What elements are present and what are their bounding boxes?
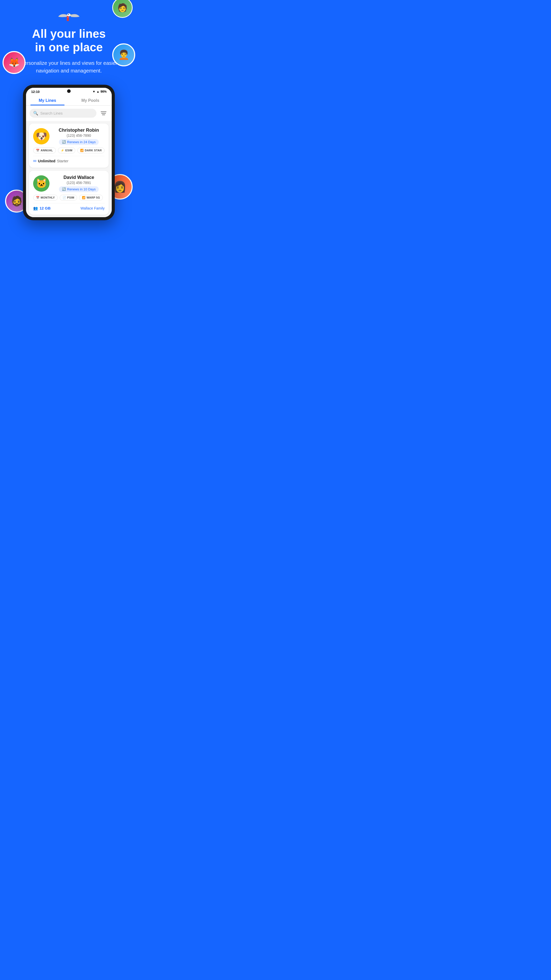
wifi-icon: ▼ bbox=[92, 90, 95, 94]
tag-psim-label: PSIM bbox=[67, 196, 74, 199]
tag-psim: 📄 PSIM bbox=[60, 195, 77, 200]
tag-monthly: 📅 MONTHLY bbox=[33, 195, 58, 200]
line-number-2: (123) 456-7891 bbox=[53, 181, 105, 185]
renew-text-1: Renews in 24 Days bbox=[67, 140, 96, 144]
avatar-right-mid: 🧑‍🦱 bbox=[112, 43, 135, 66]
tag-annual: 📅 ANNUAL bbox=[33, 148, 56, 153]
svg-text:★★★: ★★★ bbox=[67, 17, 69, 18]
tab-my-pools[interactable]: My Pools bbox=[69, 95, 112, 105]
esim-icon: ⚡ bbox=[61, 149, 64, 152]
calendar-icon: 📅 bbox=[36, 149, 40, 152]
plan-row-1: ∞ Unlimited Starter bbox=[33, 156, 105, 164]
renew-text-2: Renews in 10 Days bbox=[67, 187, 96, 191]
tabs-bar: My Lines My Pools bbox=[26, 95, 112, 106]
line-info-david: David Wallace (123) 456-7891 🔄 Renews in… bbox=[53, 175, 105, 192]
tag-warp5g: 📶 WARP 5G bbox=[79, 195, 103, 200]
line-name-1: Christopher Robin bbox=[53, 127, 105, 133]
phone-frame: 12:10 ▼ ▲ 96% My Lines My Pools bbox=[23, 85, 115, 220]
line-number-1: (123) 456-7890 bbox=[53, 134, 105, 138]
hero-section: 🧑 ★★★ 🦊 🧑‍🦱 All your linesin one place P… bbox=[0, 0, 138, 220]
renew-icon-1: 🔄 bbox=[62, 140, 66, 144]
tag-esim: ⚡ ESIM bbox=[58, 148, 75, 153]
avatar-david: 🐱 bbox=[33, 175, 49, 192]
phone-notch bbox=[67, 89, 71, 93]
renew-icon-2: 🔄 bbox=[62, 187, 66, 191]
battery-icon: 96% bbox=[100, 90, 106, 94]
phone-screen: 12:10 ▼ ▲ 96% My Lines My Pools bbox=[26, 88, 112, 217]
renew-badge-1: 🔄 Renews in 24 Days bbox=[59, 139, 99, 145]
plan-name-1: Unlimited bbox=[38, 159, 56, 163]
tags-row-2: 📅 MONTHLY 📄 PSIM 📶 WARP 5G bbox=[33, 195, 105, 200]
tab-my-lines[interactable]: My Lines bbox=[26, 95, 69, 105]
line-header-1: 🐶 Christopher Robin (123) 456-7890 🔄 Ren… bbox=[33, 127, 105, 145]
tags-row-1: 📅 ANNUAL ⚡ ESIM 📶 DARK STAR bbox=[33, 148, 105, 153]
line-card-david[interactable]: 🐱 David Wallace (123) 456-7891 🔄 Renews … bbox=[29, 171, 109, 215]
svg-point-5 bbox=[68, 14, 69, 15]
tag-monthly-label: MONTHLY bbox=[41, 196, 55, 199]
svg-point-3 bbox=[67, 14, 70, 17]
status-time: 12:10 bbox=[31, 90, 40, 94]
renew-badge-2: 🔄 Renews in 10 Days bbox=[59, 186, 99, 192]
psim-icon: 📄 bbox=[62, 196, 66, 199]
logo-area: ★★★ bbox=[5, 10, 133, 23]
line-info-christopher: Christopher Robin (123) 456-7890 🔄 Renew… bbox=[53, 127, 105, 145]
signal-plan-icon: 📶 bbox=[80, 149, 84, 152]
plan-type-1: Starter bbox=[57, 159, 68, 163]
tag-esim-label: ESIM bbox=[65, 149, 73, 152]
pool-link[interactable]: Wallace Family bbox=[81, 206, 105, 210]
signal-icon: ▲ bbox=[97, 90, 100, 94]
pool-icon: 👥 bbox=[33, 206, 38, 210]
avatar-left: 🦊 bbox=[3, 51, 25, 74]
tag-annual-label: ANNUAL bbox=[41, 149, 53, 152]
line-card-christopher[interactable]: 🐶 Christopher Robin (123) 456-7890 🔄 Ren… bbox=[29, 124, 109, 168]
signal-warp-icon: 📶 bbox=[82, 196, 86, 199]
tag-warp5g-label: WARP 5G bbox=[87, 196, 100, 199]
line-name-2: David Wallace bbox=[53, 175, 105, 180]
data-info: 👥 12 GB bbox=[33, 206, 51, 210]
tag-dark-star: 📶 DARK STAR bbox=[77, 148, 105, 153]
line-footer-2: 👥 12 GB Wallace Family bbox=[33, 203, 105, 210]
status-icons: ▼ ▲ 96% bbox=[92, 90, 106, 94]
eagle-logo: ★★★ bbox=[56, 10, 82, 23]
data-gb: 12 GB bbox=[40, 206, 51, 210]
phone-wrapper: 👩 🧔 12:10 ▼ ▲ 96% bbox=[5, 85, 133, 220]
line-header-2: 🐱 David Wallace (123) 456-7891 🔄 Renews … bbox=[33, 175, 105, 192]
avatar-christopher: 🐶 bbox=[33, 128, 49, 145]
search-row: 🔍 Search Lines bbox=[26, 106, 112, 121]
lines-list: 🐶 Christopher Robin (123) 456-7890 🔄 Ren… bbox=[26, 121, 112, 217]
search-icon: 🔍 bbox=[33, 111, 38, 116]
filter-button[interactable] bbox=[99, 109, 108, 118]
search-placeholder: Search Lines bbox=[40, 111, 63, 115]
search-bar[interactable]: 🔍 Search Lines bbox=[30, 109, 97, 118]
infinity-icon-1: ∞ bbox=[33, 158, 37, 164]
calendar-monthly-icon: 📅 bbox=[36, 196, 40, 199]
tag-dark-star-label: DARK STAR bbox=[85, 149, 102, 152]
